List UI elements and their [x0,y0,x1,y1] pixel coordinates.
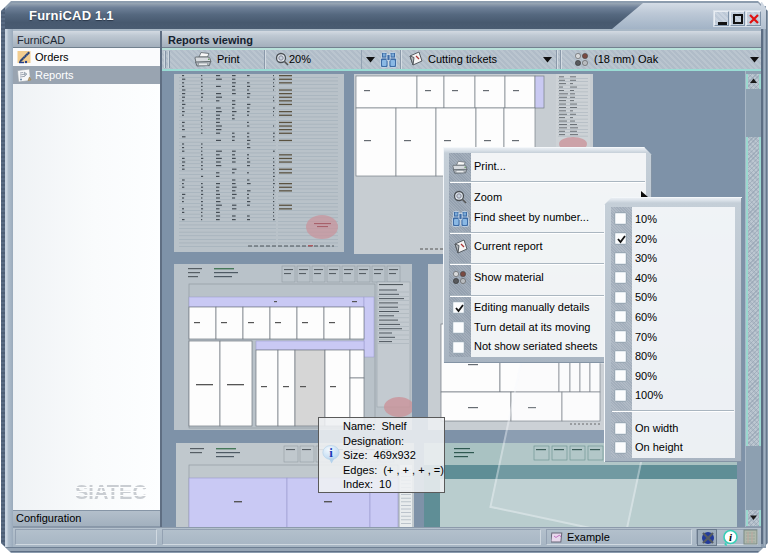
svg-text:i: i [329,445,333,460]
